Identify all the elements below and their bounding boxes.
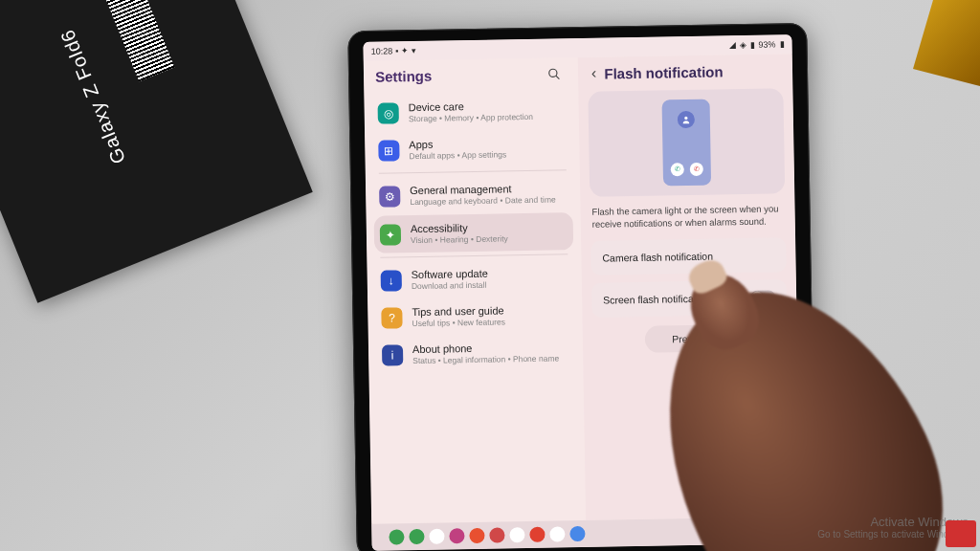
status-icon: ✦ [401,46,409,55]
nfc-icon: ◢ [728,40,735,50]
settings-item-icon: ? [381,307,402,328]
dock-app-icon[interactable] [449,528,464,543]
settings-item-general-management[interactable]: ⚙General managementLanguage and keyboard… [373,175,573,216]
svg-line-1 [556,76,560,79]
tablet-device: 10:28 ▪ ✦ ▾ ◢ ◈ ▮ 93% ▮ Settings [347,23,816,551]
screen-flash-toggle[interactable] [750,290,775,303]
settings-item-icon: i [382,344,403,365]
nav-back-icon[interactable]: ‹ [780,525,784,536]
status-icon: ▾ [412,46,416,55]
svg-point-0 [549,69,557,77]
channel-icon [946,520,976,547]
svg-point-2 [684,117,687,120]
settings-item-subtitle: Vision • Hearing • Dexterity [411,232,568,245]
settings-item-tips-and-user-guide[interactable]: ?Tips and user guideUseful tips • New fe… [375,296,575,337]
settings-item-icon: ↓ [381,270,402,291]
settings-item-subtitle: Language and keyboard • Date and time [410,195,567,208]
settings-item-about-phone[interactable]: iAbout phoneStatus • Legal information •… [376,333,576,374]
settings-item-device-care[interactable]: ◎Device careStorage • Memory • App prote… [371,91,571,132]
dock-app-icon[interactable] [409,529,424,544]
screen-flash-label: Screen flash notification [603,292,710,305]
battery-icon: ▮ [779,39,784,49]
dock-app-icon[interactable] [489,527,504,542]
back-icon[interactable]: ‹ [591,65,597,82]
camera-flash-row[interactable]: Camera flash notification [590,237,787,276]
dock-app-icon[interactable] [389,529,404,544]
settings-item-accessibility[interactable]: ✦AccessibilityVision • Hearing • Dexteri… [374,212,574,253]
dock-app-icon[interactable] [529,527,545,542]
dock-app-icon[interactable] [549,526,565,541]
settings-item-icon: ✦ [380,224,401,245]
barcode [100,0,174,81]
status-icon: ▪ [395,46,398,55]
settings-item-apps[interactable]: ⊞AppsDefault apps • App settings [372,128,572,169]
settings-item-subtitle: Storage • Memory • App protection [409,111,566,123]
preview-button[interactable]: Preview [645,324,735,353]
settings-item-subtitle: Useful tips • New features [412,316,568,328]
avatar-icon [678,111,695,128]
signal-icon: ▮ [749,40,754,50]
camera-flash-label: Camera flash notification [602,250,713,263]
flash-notification-pane: ‹ Flash notification ✆ ✆ Flash the c [578,54,800,520]
description-text: Flash the camera light or the screen whe… [590,203,786,240]
settings-item-software-update[interactable]: ↓Software updateDownload and install [374,258,574,299]
settings-pane: Settings ◎Device careStorage • Memory • … [364,57,586,524]
divider [380,253,568,257]
dock-app-icon[interactable] [509,527,524,542]
phone-illustration: ✆ ✆ [662,99,712,187]
call-accept-icon: ✆ [671,163,684,176]
dock-app-icon[interactable] [569,526,585,541]
call-decline-icon: ✆ [690,163,703,176]
dock-app-icon[interactable] [469,528,484,543]
product-name: Galaxy Z Fold6 [56,26,130,166]
dock-app-icon[interactable] [429,529,444,544]
search-icon[interactable] [547,67,561,80]
nav-recent-icon[interactable]: ||| [732,526,740,537]
settings-title: Settings [375,66,547,85]
product-box: Galaxy Z Fold6 [0,0,313,303]
settings-item-subtitle: Default apps • App settings [409,148,566,161]
settings-item-subtitle: Status • Legal information • Phone name [412,353,569,365]
settings-item-subtitle: Download and install [412,278,568,291]
hero-illustration: ✆ ✆ [588,88,785,197]
background-object [913,0,980,86]
page-title: Flash notification [604,62,779,81]
nav-home-icon[interactable]: ○ [757,525,763,536]
settings-item-icon: ⊞ [378,140,399,161]
settings-item-icon: ◎ [378,102,399,123]
screen-flash-row[interactable]: Screen flash notification [591,279,788,318]
settings-item-icon: ⚙ [379,187,400,208]
divider [379,170,567,174]
wifi-icon: ◈ [739,40,746,50]
battery-percent: 93% [758,39,775,49]
screen: 10:28 ▪ ✦ ▾ ◢ ◈ ▮ 93% ▮ Settings [363,34,800,551]
status-time: 10:28 [371,46,393,55]
